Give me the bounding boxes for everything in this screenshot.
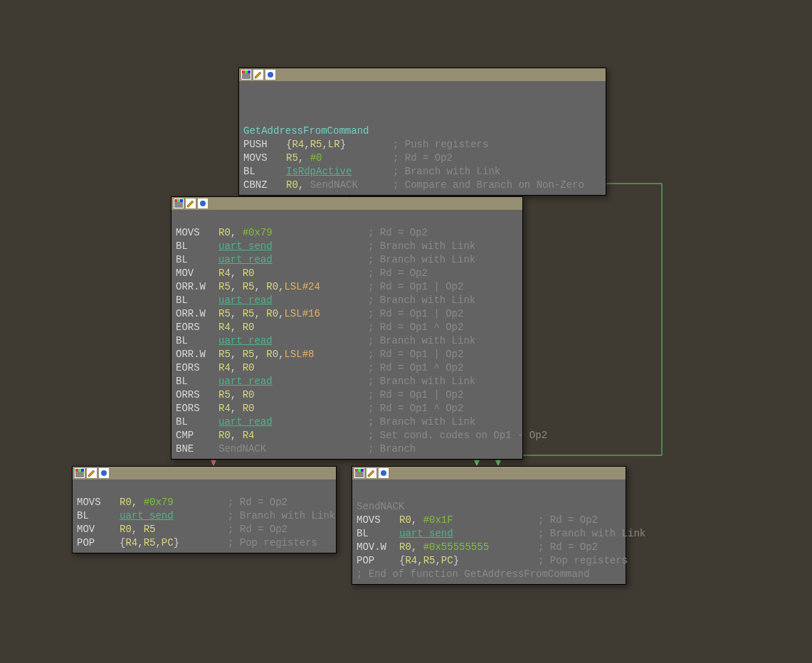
breakpoint-icon[interactable] [99,468,109,478]
svg-point-23 [101,470,107,476]
svg-rect-1 [242,70,245,73]
svg-rect-25 [355,469,358,472]
block-label: SendNACK [357,501,404,512]
edit-icon[interactable] [186,198,196,208]
node-titlebar [172,197,522,210]
svg-rect-19 [81,469,84,472]
svg-rect-20 [75,472,84,477]
svg-rect-28 [355,472,364,477]
call-uart-send[interactable]: uart_send [120,510,174,521]
svg-rect-12 [174,202,183,208]
cfg-node-success[interactable]: MOVSR0, #0x79; Rd = Op2 BLuart_send; Bra… [72,466,337,553]
svg-rect-4 [242,73,251,79]
breakpoint-icon[interactable] [198,198,208,208]
breakpoint-icon[interactable] [265,70,275,80]
call-uart-read[interactable]: uart_read [218,335,273,346]
disassembly-body: SendNACK MOVSR0, #0x1F; Rd = Op2 BLuart_… [352,479,626,584]
call-uart-read[interactable]: uart_read [218,254,273,265]
svg-rect-10 [177,199,180,202]
disassembly-body: MOVSR0, #0x79; Rd = Op2 BLuart_send; Bra… [73,479,336,553]
edit-icon[interactable] [253,70,263,80]
color-icon[interactable] [241,70,251,80]
disassembly-body: GetAddressFromCommand PUSH{R4,R5,LR}; Pu… [239,81,606,195]
call-uart-read[interactable]: uart_read [218,376,273,387]
call-uart-read[interactable]: uart_read [218,416,273,428]
svg-rect-17 [75,469,78,472]
svg-rect-27 [361,469,364,472]
disassembly-body: MOVSR0, #0x79; Rd = Op2 BLuart_send; Bra… [172,210,522,459]
svg-rect-18 [78,469,81,472]
cfg-node-sendnack[interactable]: SendNACK MOVSR0, #0x1F; Rd = Op2 BLuart_… [352,466,626,585]
node-titlebar [239,68,606,81]
svg-point-7 [268,72,273,78]
breakpoint-icon[interactable] [379,468,389,478]
color-icon[interactable] [354,468,364,478]
cfg-node-entry[interactable]: GetAddressFromCommand PUSH{R4,R5,LR}; Pu… [238,68,606,196]
color-icon[interactable] [174,198,184,208]
svg-point-31 [381,470,386,476]
node-titlebar [73,467,336,479]
svg-rect-3 [248,70,251,73]
edit-icon[interactable] [367,468,376,478]
function-label: GetAddressFromCommand [243,125,369,137]
svg-point-15 [200,201,206,206]
node-titlebar [352,467,626,479]
call-uart-send[interactable]: uart_send [399,528,453,539]
call-uart-send[interactable]: uart_send [218,240,273,252]
svg-rect-26 [358,469,361,472]
call-isrdpactive[interactable]: IsRdpActive [286,166,352,177]
call-uart-read[interactable]: uart_read [218,295,273,306]
svg-rect-11 [180,199,183,202]
svg-rect-9 [174,199,177,202]
color-icon[interactable] [75,468,85,478]
cfg-node-main[interactable]: MOVSR0, #0x79; Rd = Op2 BLuart_send; Bra… [171,196,523,460]
svg-rect-2 [245,70,248,73]
edit-icon[interactable] [87,468,97,478]
